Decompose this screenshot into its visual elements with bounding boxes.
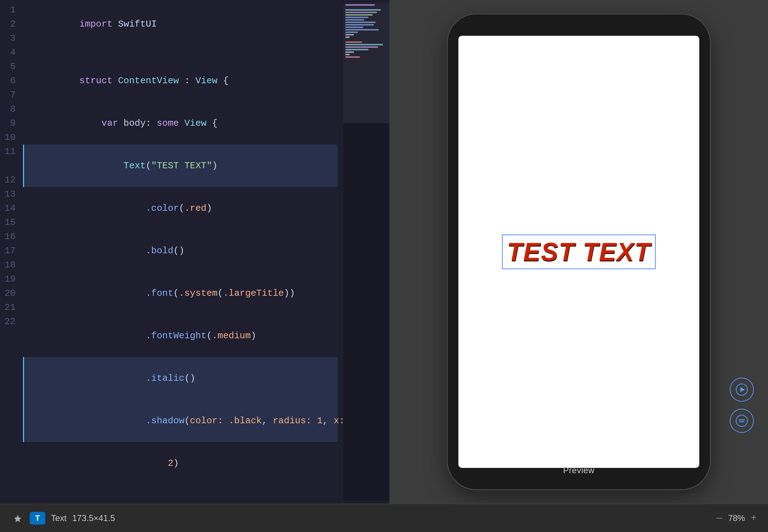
zoom-level: 78% <box>728 513 745 523</box>
play-button[interactable] <box>730 378 754 402</box>
status-bar-right: — 78% + <box>716 513 757 523</box>
minimap-viewport <box>343 3 389 123</box>
code-line-1: import SwiftUI <box>24 3 338 45</box>
code-area[interactable]: import SwiftUI struct ContentView : View… <box>18 3 343 501</box>
line-numbers: 1 2 3 4 5 6 7 8 9 10 11 11 12 13 14 15 1… <box>0 3 18 501</box>
status-bar-left: T Text 173.5×41.5 <box>11 512 115 525</box>
code-line-5: Text("TEST TEXT") <box>23 145 338 187</box>
preview-label: Preview <box>563 465 595 475</box>
pin-icon <box>11 512 24 525</box>
zoom-plus[interactable]: + <box>751 513 757 523</box>
minimap[interactable] <box>343 3 389 501</box>
svg-rect-3 <box>739 419 745 420</box>
code-line-11b: 2) <box>24 442 338 485</box>
preview-panel: TEST TEXT Preview <box>390 0 768 504</box>
code-line-10: .italic() <box>23 357 338 400</box>
code-line-3: struct ContentView : View { <box>24 60 338 102</box>
status-bar: T Text 173.5×41.5 — 78% + <box>0 504 768 532</box>
code-line-11a: .shadow(color: .black, radius: 1, x: 0, … <box>23 400 338 442</box>
device-screen: TEST TEXT <box>458 36 699 468</box>
svg-rect-4 <box>739 421 745 423</box>
zoom-minus[interactable]: — <box>716 513 722 523</box>
test-text-display: TEST TEXT <box>502 234 656 269</box>
main-area: 1 2 3 4 5 6 7 8 9 10 11 11 12 13 14 15 1… <box>0 0 768 504</box>
svg-marker-1 <box>740 387 745 392</box>
code-line-9: .fontWeight(.medium) <box>24 315 338 357</box>
type-badge: T <box>30 512 45 525</box>
code-line-7: .bold() <box>24 230 338 272</box>
code-line-2 <box>24 45 338 60</box>
code-line-4: var body: some View { <box>24 102 338 145</box>
element-name: Text <box>51 513 67 523</box>
code-line-8: .font(.system(.largeTitle)) <box>24 272 338 315</box>
device-frame: TEST TEXT <box>448 15 710 489</box>
svg-point-2 <box>736 415 747 426</box>
editor-panel: 1 2 3 4 5 6 7 8 9 10 11 11 12 13 14 15 1… <box>0 0 390 504</box>
editor-content: 1 2 3 4 5 6 7 8 9 10 11 11 12 13 14 15 1… <box>0 0 389 504</box>
inspect-button[interactable] <box>730 409 754 433</box>
code-line-6: .color(.red) <box>24 187 338 230</box>
code-line-12: } <box>24 485 338 501</box>
element-dimensions: 173.5×41.5 <box>72 513 115 523</box>
preview-buttons <box>730 378 754 433</box>
